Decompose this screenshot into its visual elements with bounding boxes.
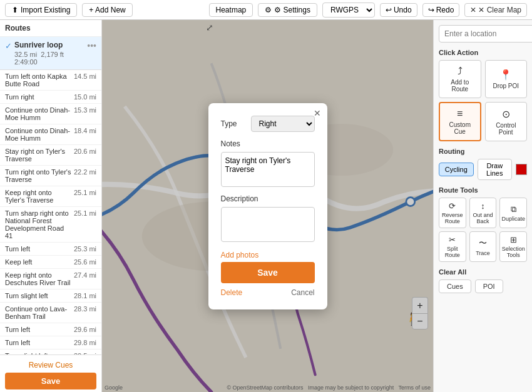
modal-overlay[interactable]: ✕ Type Right RightLeftStraightU-TurnSlig… (102, 20, 433, 392)
routing-row: Cycling Draw Lines (439, 159, 527, 180)
action-btn-drop-poi[interactable]: 📍Drop POI (485, 60, 528, 98)
action-btn-control-point[interactable]: ⊙Control Point (485, 102, 528, 141)
route-name: Sunriver loop (14, 41, 87, 49)
cue-item[interactable]: Turn slight left30.5 mi (0, 349, 101, 354)
draw-lines-button[interactable]: Draw Lines (478, 159, 513, 180)
tool-label: Trace (476, 250, 490, 256)
redo-button[interactable]: ↪ Redo (422, 3, 460, 17)
cue-item[interactable]: Keep right onto Deschutes River Trail27.… (0, 269, 101, 289)
undo-button[interactable]: ↩ Undo (380, 3, 417, 17)
cue-item[interactable]: Turn left29.6 mi (0, 323, 101, 336)
modal-cancel-button[interactable]: Cancel (291, 288, 314, 297)
save-route-button[interactable]: Save (5, 373, 96, 389)
cue-item[interactable]: Stay right on Tyler's Traverse20.6 mi (0, 145, 101, 166)
click-action-title: Click Action (439, 49, 527, 56)
modal-notes-section: Notes Stay right on Tyler's Traverse (221, 139, 315, 189)
main-layout: Routes ✓ Sunriver loop 32.5 mi 2,179 ft … (0, 20, 532, 392)
cue-item[interactable]: Turn left25.3 mi (0, 243, 101, 256)
route-menu-icon[interactable]: ••• (87, 41, 96, 51)
cue-text: Turn right onto Tyler's Traverse (5, 168, 71, 183)
cue-text: Keep right onto Deschutes River Trail (5, 271, 71, 286)
description-label: Description (221, 194, 315, 203)
clear-icon: ✕ (470, 6, 476, 14)
route-item[interactable]: ✓ Sunriver loop 32.5 mi 2,179 ft 2:49:00… (0, 37, 101, 70)
cue-item[interactable]: Turn right15.0 mi (0, 91, 101, 104)
route-tools-title: Route Tools (439, 186, 527, 194)
routing-title: Routing (439, 148, 527, 155)
modal-close-button[interactable]: ✕ (314, 108, 321, 118)
cue-item[interactable]: Turn sharp right onto National Forest De… (0, 207, 101, 243)
cue-distance: 28.3 mi (74, 305, 96, 320)
cue-text: Keep left (5, 258, 71, 266)
review-cues-button[interactable]: Review Cues (5, 358, 96, 373)
action-icon: ⊙ (502, 108, 510, 120)
action-btn-custom-cue[interactable]: ≡Custom Cue (439, 102, 481, 141)
tool-label: Selection Tools (501, 246, 525, 258)
heatmap-button[interactable]: Heatmap (209, 3, 253, 17)
cue-text: Continue onto Lava-Benham Trail (5, 305, 71, 320)
location-row: Go (439, 25, 527, 43)
import-icon: ⬆ (12, 6, 18, 14)
tool-btn-out-and-back[interactable]: ↕Out and Back (469, 198, 497, 228)
route-info: Sunriver loop 32.5 mi 2,179 ft 2:49:00 (14, 41, 87, 66)
cue-item[interactable]: Turn left29.8 mi (0, 336, 101, 349)
cue-list: Turn left onto Kapka Butte Road14.5 miTu… (0, 70, 101, 354)
clear-row: Cues POI (439, 279, 527, 293)
route-check-icon: ✓ (5, 41, 12, 51)
description-textarea[interactable] (221, 207, 315, 242)
cue-text: Keep right onto Tyler's Traverse (5, 189, 71, 204)
cue-item[interactable]: Turn left onto Kapka Butte Road14.5 mi (0, 70, 101, 91)
action-btn-add-to-route[interactable]: ⤴Add to Route (439, 60, 481, 98)
top-toolbar: ⬆ Import Existing + Add New Heatmap ⚙ ⚙ … (0, 0, 532, 20)
action-label: Control Point (488, 122, 524, 136)
tool-icon: ✂ (449, 235, 456, 244)
modal-description-section: Description (221, 194, 315, 244)
cue-distance: 25.3 mi (74, 245, 96, 253)
tool-btn-trace[interactable]: 〜Trace (469, 231, 497, 262)
map-container[interactable]: ⤢ 🧍 + − Google © OpenStreetMap contribut… (102, 20, 433, 392)
cue-distance: 15.0 mi (74, 93, 96, 101)
cue-item[interactable]: Keep left25.6 mi (0, 256, 101, 269)
cue-item[interactable]: Turn slight left28.1 mi (0, 289, 101, 303)
tool-icon: ⧉ (511, 204, 516, 214)
sidebar-footer: Review Cues Save (0, 354, 101, 392)
cue-text: Stay right on Tyler's Traverse (5, 148, 71, 163)
cues-button[interactable]: Cues (439, 279, 471, 293)
poi-button[interactable]: POI (475, 279, 503, 293)
modal-delete-button[interactable]: Delete (221, 288, 243, 297)
type-select[interactable]: Right RightLeftStraightU-TurnSlight Righ… (251, 116, 315, 132)
cue-text: Turn left (5, 339, 71, 346)
clear-all-section: Clear All Cues POI (439, 268, 527, 293)
cue-item[interactable]: Continue onto Dinah-Moe Humm15.3 mi (0, 104, 101, 124)
import-existing-button[interactable]: ⬆ Import Existing (5, 3, 77, 17)
add-photos-button[interactable]: Add photos (221, 248, 259, 262)
clear-all-title: Clear All (439, 268, 527, 276)
cue-distance: 25.6 mi (74, 258, 96, 266)
modal-type-row: Type Right RightLeftStraightU-TurnSlight… (221, 116, 315, 132)
tool-btn-selection-tools[interactable]: ⊞Selection Tools (499, 231, 527, 262)
rwgps-select[interactable]: RWGPS (322, 3, 375, 18)
tool-label: Duplicate (501, 216, 525, 222)
cue-distance: 29.6 mi (74, 326, 96, 333)
tool-btn-reverse-route[interactable]: ⟳Reverse Route (439, 198, 466, 228)
cue-text: Turn left onto Kapka Butte Road (5, 73, 71, 88)
route-color-box[interactable] (516, 164, 527, 175)
tool-btn-split-route[interactable]: ✂Split Route (439, 231, 466, 262)
add-new-button[interactable]: + Add New (82, 3, 132, 17)
type-label: Type (221, 119, 246, 128)
cue-distance: 25.1 mi (74, 189, 96, 204)
tool-btn-duplicate[interactable]: ⧉Duplicate (499, 198, 527, 228)
clear-map-button[interactable]: ✕ ✕ Clear Map (464, 3, 527, 17)
cue-item[interactable]: Continue onto Dinah-Moe Humm18.4 mi (0, 124, 101, 145)
action-label: Custom Cue (442, 121, 478, 135)
cue-item[interactable]: Continue onto Lava-Benham Trail28.3 mi (0, 303, 101, 323)
cycling-button[interactable]: Cycling (439, 163, 474, 176)
cue-item[interactable]: Keep right onto Tyler's Traverse25.1 mi (0, 186, 101, 207)
modal-save-button[interactable]: Save (221, 262, 315, 283)
redo-icon: ↪ (428, 6, 434, 14)
location-input[interactable] (439, 25, 532, 43)
tools-grid: ⟳Reverse Route↕Out and Back⧉Duplicate✂Sp… (439, 198, 527, 262)
cue-item[interactable]: Turn right onto Tyler's Traverse22.2 mi (0, 166, 101, 186)
notes-textarea[interactable]: Stay right on Tyler's Traverse (221, 152, 315, 187)
settings-button[interactable]: ⚙ ⚙ Settings (258, 3, 317, 17)
